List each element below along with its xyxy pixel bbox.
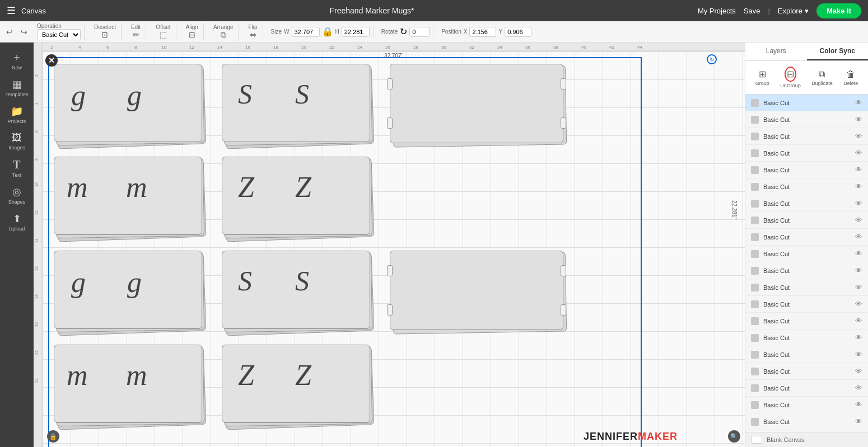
align-button[interactable]: Align ⊟ <box>184 23 200 40</box>
layer-item-name: Basic Cut <box>763 335 853 341</box>
layer-item-name: Basic Cut <box>763 385 853 392</box>
mug-holder-2-front <box>390 251 563 330</box>
layer-visibility-icon[interactable]: 👁 <box>855 216 862 224</box>
rotate-input[interactable] <box>409 27 430 37</box>
layers-list[interactable]: Basic Cut👁Basic Cut👁Basic Cut👁Basic Cut👁… <box>745 95 868 432</box>
lock-icon[interactable]: 🔒 <box>47 430 59 443</box>
layer-visibility-icon[interactable]: 👁 <box>855 300 862 308</box>
mug-group-s1: S S <box>222 64 384 150</box>
layer-visibility-icon[interactable]: 👁 <box>855 333 862 342</box>
sidebar-item-upload[interactable]: ⬆ Upload <box>2 209 31 235</box>
layer-item[interactable]: Basic Cut👁 <box>745 363 868 380</box>
group-button[interactable]: ⊞ Group <box>752 67 773 88</box>
layer-actions: ⊞ Group ⊟ UnGroup ⧉ Duplicate 🗑 Delete <box>745 61 868 95</box>
sidebar-item-images[interactable]: 🖼 Images <box>2 129 31 154</box>
position-group: Position X Y <box>438 27 535 37</box>
sidebar-item-templates[interactable]: ▦ Templates <box>2 75 31 101</box>
layer-item[interactable]: Basic Cut👁 <box>745 162 868 178</box>
deselect-button[interactable]: Deselect ⊡ <box>92 23 118 40</box>
my-projects-button[interactable]: My Projects <box>698 7 736 15</box>
layer-item[interactable]: Basic Cut👁 <box>745 330 868 346</box>
sidebar-item-text[interactable]: T Text <box>2 155 31 181</box>
edit-button[interactable]: Edit ✏ <box>129 23 142 40</box>
letter-s2: S <box>295 80 309 108</box>
delete-button[interactable]: 🗑 Delete <box>840 67 861 88</box>
flip-button[interactable]: Flip ⇔ <box>246 23 259 40</box>
layer-item[interactable]: Basic Cut👁 <box>745 128 868 145</box>
layer-item[interactable]: Basic Cut👁 <box>745 313 868 330</box>
size-h-input[interactable] <box>342 27 370 37</box>
layer-color-swatch <box>751 99 759 107</box>
duplicate-button[interactable]: ⧉ Duplicate <box>808 67 836 88</box>
layer-item[interactable]: Basic Cut👁 <box>745 111 868 128</box>
layer-visibility-icon[interactable]: 👁 <box>855 199 862 208</box>
layer-item[interactable]: Basic Cut👁 <box>745 279 868 296</box>
position-x-input[interactable] <box>469 27 496 37</box>
close-button[interactable]: ✕ <box>45 54 58 67</box>
layer-visibility-icon[interactable]: 👁 <box>855 401 862 409</box>
explore-button[interactable]: Explore ▾ <box>778 7 809 15</box>
layer-visibility-icon[interactable]: 👁 <box>855 250 862 258</box>
layer-visibility-icon[interactable]: 👁 <box>855 283 862 291</box>
layer-visibility-icon[interactable]: 👁 <box>855 384 862 392</box>
ungroup-button[interactable]: ⊟ UnGroup <box>777 64 804 91</box>
sidebar-item-projects[interactable]: 📁 Projects <box>2 102 31 128</box>
operation-select[interactable]: Basic Cut <box>37 29 81 40</box>
offset-button[interactable]: Offset ⬚ <box>154 23 172 40</box>
tab-layers[interactable]: Layers <box>745 43 807 60</box>
layer-visibility-icon[interactable]: 👁 <box>855 233 862 241</box>
layer-item[interactable]: Basic Cut👁 <box>745 195 868 212</box>
hamburger-icon[interactable]: ☰ <box>7 4 16 17</box>
layer-color-swatch <box>751 401 759 409</box>
layer-item[interactable]: Basic Cut👁 <box>745 397 868 413</box>
layer-item[interactable]: Basic Cut👁 <box>745 229 868 246</box>
sidebar-item-new[interactable]: ＋ New <box>2 47 31 74</box>
canvas-grid: ✕ ↻ 32.707" 22.281" g g <box>43 51 745 447</box>
flip-group: Flip ⇔ <box>243 23 263 40</box>
position-y-label: Y <box>498 29 502 35</box>
layer-item[interactable]: Basic Cut👁 <box>745 212 868 229</box>
svg-text:34: 34 <box>497 45 502 50</box>
layer-visibility-icon[interactable]: 👁 <box>855 166 862 174</box>
layer-item[interactable]: Basic Cut👁 <box>745 262 868 279</box>
layer-visibility-icon[interactable]: 👁 <box>855 266 862 275</box>
canvas-area[interactable]: 2 4 6 8 10 12 14 16 18 20 22 24 26 28 30… <box>34 43 745 447</box>
layer-visibility-icon[interactable]: 👁 <box>855 367 862 375</box>
rotate-handle[interactable]: ↻ <box>707 54 717 64</box>
layer-visibility-icon[interactable]: 👁 <box>855 350 862 359</box>
layer-visibility-icon[interactable]: 👁 <box>855 317 862 325</box>
undo-button[interactable]: ↩ <box>4 26 15 37</box>
redo-button[interactable]: ↪ <box>19 26 29 37</box>
layer-color-swatch <box>751 149 759 157</box>
deselect-label: Deselect <box>94 24 116 30</box>
layer-item[interactable]: Basic Cut👁 <box>745 296 868 313</box>
sidebar-item-shapes[interactable]: ◎ Shapes <box>2 182 31 208</box>
save-button[interactable]: Save <box>744 7 760 15</box>
svg-text:2: 2 <box>35 74 39 77</box>
tab-color-sync[interactable]: Color Sync <box>807 43 869 60</box>
layer-visibility-icon[interactable]: 👁 <box>855 115 862 124</box>
layer-color-swatch <box>751 351 759 359</box>
layer-item-name: Basic Cut <box>763 100 853 106</box>
layer-item[interactable]: Basic Cut👁 <box>745 413 868 430</box>
layer-item[interactable]: Basic Cut👁 <box>745 246 868 262</box>
size-h-label: H <box>335 29 339 35</box>
offset-group: Offset ⬚ <box>151 23 176 40</box>
layer-item[interactable]: Basic Cut👁 <box>745 346 868 363</box>
layer-visibility-icon[interactable]: 👁 <box>855 132 862 140</box>
layer-item[interactable]: Basic Cut👁 <box>745 95 868 111</box>
layer-visibility-icon[interactable]: 👁 <box>855 182 862 191</box>
layer-visibility-icon[interactable]: 👁 <box>855 417 862 426</box>
position-y-input[interactable] <box>505 27 531 37</box>
svg-text:12: 12 <box>189 45 194 50</box>
zoom-icon[interactable]: 🔍 <box>728 430 740 443</box>
arrange-button[interactable]: Arrange ⧉ <box>212 23 235 41</box>
layer-visibility-icon[interactable]: 👁 <box>855 149 862 157</box>
layer-item[interactable]: Basic Cut👁 <box>745 145 868 162</box>
layer-item[interactable]: Basic Cut👁 <box>745 178 868 195</box>
align-label: Align <box>186 24 198 30</box>
layer-visibility-icon[interactable]: 👁 <box>855 98 862 107</box>
layer-item[interactable]: Basic Cut👁 <box>745 380 868 397</box>
make-it-button[interactable]: Make It <box>816 3 861 18</box>
size-w-input[interactable] <box>292 27 320 37</box>
